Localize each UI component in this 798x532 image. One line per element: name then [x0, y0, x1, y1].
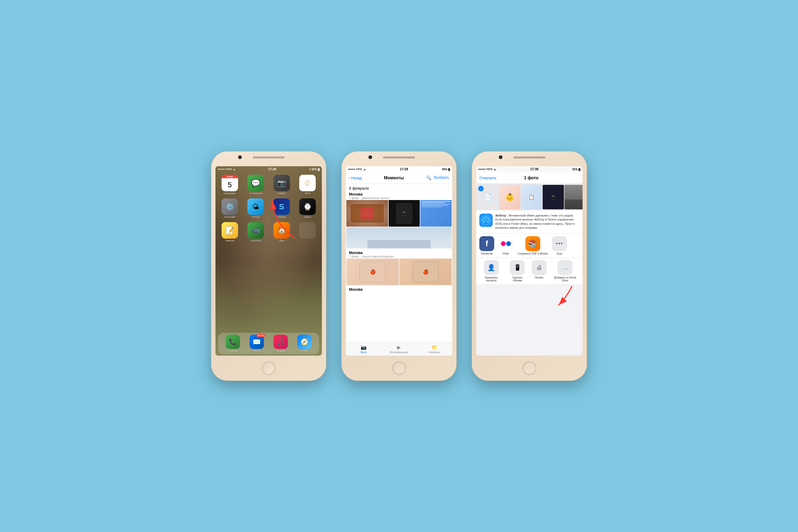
app-label-shazam: Shazam [277, 216, 286, 218]
dock-safari[interactable]: 🧭 Safari [298, 335, 312, 353]
city-1: Москва [349, 192, 449, 196]
thumb-snow[interactable] [346, 227, 452, 248]
nav-title-2: Моменты [384, 175, 404, 180]
photo-row-3[interactable]: 🍎 🍎 [346, 259, 452, 285]
status-left-2: ●●●●● YOTA ▲ [348, 168, 366, 171]
watch-icon-bg: ⌚ [299, 198, 316, 215]
strip-blue[interactable]: 📋 [521, 185, 542, 209]
tab-memories[interactable]: ▶ Воспоминания [381, 344, 417, 354]
app-facetime[interactable]: 📹 FaceTime [245, 222, 267, 242]
nav-bar-2: ‹ Назад Моменты 🔍 Выбрать [346, 172, 452, 184]
strip-city[interactable] [565, 185, 583, 209]
share-more[interactable]: ••• Еще [552, 236, 567, 255]
airdrop-icon [479, 214, 493, 227]
dock-music[interactable]: 🎵 Музыка [273, 335, 288, 353]
photos-list[interactable]: 6 февраля › Москва 7 февр. · Дмитровское… [346, 184, 452, 342]
section-date: 6 февраля › [346, 184, 452, 191]
action-icloud[interactable]: ☁️ Добавить в iCloud Drive [551, 260, 580, 282]
mail-badge: 25 340 [256, 334, 265, 337]
thumb-iphone[interactable]: 📱 [388, 200, 420, 227]
wallpaper-icon: 📱 [510, 260, 525, 275]
app-shazam[interactable]: S Shazam [270, 198, 293, 218]
tab-photos[interactable]: 📷 Фото [346, 344, 381, 354]
time-3: 17:38 [530, 167, 538, 171]
search-button[interactable]: 🔍 [426, 175, 432, 180]
share-ibooks[interactable]: 📚 Сохранить PDF в iBooks [518, 236, 548, 255]
shazam-icon-bg: S [273, 198, 290, 215]
tab-albums[interactable]: 📁 Альбомы [417, 344, 452, 354]
dock-mail[interactable]: ✉️ 25 340 Почта [249, 335, 264, 353]
section-3-label: Москва [346, 286, 452, 292]
home-button-2[interactable] [392, 361, 406, 375]
strip-baby[interactable]: 👶 [499, 185, 520, 209]
app-photos[interactable]: Фото [297, 175, 319, 195]
status-right: ✦ 55% ▓ [309, 168, 320, 171]
facetime-icon-bg: 📹 [247, 222, 264, 239]
share-nav: Отменить 1 фото [476, 172, 583, 184]
wifi-icon: ▲ [233, 168, 236, 171]
city-3: Москва [349, 287, 449, 291]
iphone-3: ●●●●● YOTA ▲ 17:38 51% ▓ Отменить 1 фото… [472, 152, 587, 380]
wifi-3: ▲ [494, 168, 496, 171]
share-apps-row: f Facebook Flickr 📚 Сохранить PDF в iBoo [476, 233, 583, 258]
cancel-button[interactable]: Отменить [479, 176, 496, 180]
app-calendar[interactable]: среда 5 Календарь [218, 175, 241, 195]
app-settings[interactable]: ⚙️ Настройки [218, 198, 241, 218]
location-1-detail: 7 февр. · Дмитровское шоссе [349, 196, 449, 200]
contact-icon: 👤 [484, 260, 499, 275]
app-label-notes: Заметки [225, 240, 234, 242]
app-label-facetime: FaceTime [250, 240, 261, 242]
status-bar-3: ●●●●● YOTA ▲ 17:38 51% ▓ [476, 166, 583, 172]
app-label-home: Дом [279, 240, 284, 242]
share-flickr[interactable]: Flickr [498, 236, 513, 255]
flickr-label: Flickr [503, 252, 509, 255]
airdrop-description: AirDrop . Мгновенный обмен данными с тем… [495, 214, 580, 230]
photo-strip[interactable]: 📄 ✓ 👶 📋 📱 [476, 184, 583, 210]
action-print[interactable]: 🖨 Печать [532, 260, 547, 282]
carrier-3: ●●●●● YOTA [478, 168, 493, 171]
iphone-2: ●●●●● YOTA ▲ 17:28 55% ▓ ‹ Назад Моменты… [342, 152, 456, 380]
home-icon-bg: 🏠 [273, 222, 290, 239]
thumb-iphone-gold-1[interactable]: 🍎 [346, 259, 399, 285]
action-wallpaper[interactable]: 📱 Сделать обоями [508, 260, 528, 282]
home-button-1[interactable] [262, 361, 276, 375]
settings-icon-bg: ⚙️ [222, 198, 238, 215]
app-home[interactable]: 🏠 Дом [270, 222, 293, 242]
photo-row-2[interactable] [346, 227, 452, 248]
app-notes[interactable]: 📝 Заметки [218, 222, 241, 242]
select-button[interactable]: Выбрать [434, 175, 449, 180]
action-contact[interactable]: 👤 Присвоить контакту [479, 260, 503, 282]
camera-icon-bg: 📷 [273, 175, 290, 191]
safari-icon: 🧭 [298, 335, 312, 349]
photo-row-1[interactable]: 📱 [346, 200, 452, 227]
ibooks-label: Сохранить PDF в iBooks [518, 252, 548, 255]
home-button-3[interactable] [522, 361, 536, 375]
strip-dark[interactable]: 📱 [543, 185, 564, 209]
carrier-label: ●●●●● YOTA [217, 168, 232, 171]
photos-icon-bg [299, 175, 316, 191]
app-messages[interactable]: 💬 Сообщения [245, 175, 267, 195]
thumb-speakers[interactable] [346, 200, 388, 227]
location-2-detail: 7 февр. · улица Новослободская [349, 255, 449, 258]
thumb-text[interactable] [420, 200, 452, 227]
dock-phone[interactable]: 📞 Телефон [226, 335, 240, 353]
app-blank [297, 222, 319, 242]
red-arrow-3 [545, 281, 577, 313]
weather-icon-bg: 🌤 [247, 198, 264, 215]
thumb-iphone-gold-2[interactable]: 🍎 [399, 259, 452, 285]
back-button[interactable]: ‹ Назад [349, 176, 362, 180]
location-2-label: Москва 7 февр. · улица Новослободская [346, 249, 452, 259]
app-camera[interactable]: 📷 Камера [270, 175, 293, 195]
app-weather[interactable]: 🌤 Погода [245, 198, 267, 218]
notes-icon-bg: 📝 [222, 222, 238, 239]
app-grid: среда 5 Календарь 💬 Сообщения 📷 Камера [215, 172, 322, 245]
share-facebook[interactable]: f Facebook [479, 236, 494, 255]
app-watch[interactable]: ⌚ Watch [297, 198, 319, 218]
tab-bar-photos: 📷 Фото ▶ Воспоминания 📁 Альбомы [346, 342, 452, 356]
strip-doc[interactable]: 📄 ✓ [477, 185, 498, 209]
more-dots-icon: ••• [556, 241, 563, 247]
dock-phone-label: Телефон [228, 350, 238, 353]
battery-2: 55% [442, 168, 448, 171]
battery-icon-3: ▓ [578, 168, 581, 171]
wifi-2: ▲ [363, 168, 366, 171]
